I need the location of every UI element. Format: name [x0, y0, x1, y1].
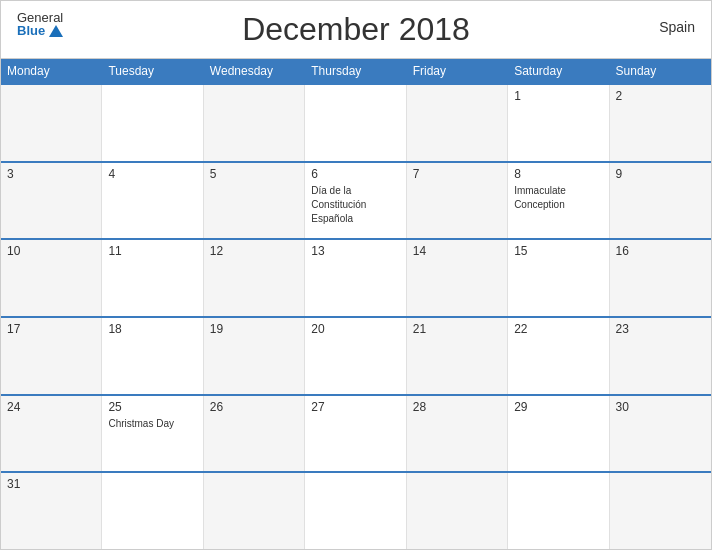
day-number: 14: [413, 244, 501, 258]
day-cell: 28: [407, 396, 508, 472]
day-cell: 14: [407, 240, 508, 316]
day-cell: 24: [1, 396, 102, 472]
day-number: 11: [108, 244, 196, 258]
day-number: 1: [514, 89, 602, 103]
day-cell: [407, 85, 508, 161]
day-number: 20: [311, 322, 399, 336]
day-number: 7: [413, 167, 501, 181]
calendar-header: General Blue December 2018 Spain: [1, 1, 711, 58]
day-cell: 31: [1, 473, 102, 549]
day-header-monday: Monday: [1, 59, 102, 83]
logo: General Blue: [17, 11, 63, 37]
day-cell: 5: [204, 163, 305, 239]
calendar-container: General Blue December 2018 Spain MondayT…: [0, 0, 712, 550]
day-cell: [305, 85, 406, 161]
day-number: 13: [311, 244, 399, 258]
week-row-4: 2425Christmas Day2627282930: [1, 394, 711, 472]
month-title: December 2018: [242, 11, 470, 48]
day-cell: [204, 473, 305, 549]
day-cell: [204, 85, 305, 161]
day-number: 18: [108, 322, 196, 336]
logo-triangle-icon: [49, 25, 63, 37]
event-text: Día de la Constitución Española: [311, 185, 366, 224]
day-cell: 29: [508, 396, 609, 472]
day-number: 4: [108, 167, 196, 181]
day-number: 8: [514, 167, 602, 181]
day-cell: 7: [407, 163, 508, 239]
day-number: 23: [616, 322, 705, 336]
day-header-thursday: Thursday: [305, 59, 406, 83]
day-cell: 22: [508, 318, 609, 394]
day-cell: 25Christmas Day: [102, 396, 203, 472]
day-cell: 21: [407, 318, 508, 394]
day-number: 9: [616, 167, 705, 181]
day-number: 22: [514, 322, 602, 336]
day-cell: [1, 85, 102, 161]
logo-blue-text: Blue: [17, 24, 45, 37]
week-row-0: 12: [1, 83, 711, 161]
day-cell: 18: [102, 318, 203, 394]
day-cell: 17: [1, 318, 102, 394]
day-cell: 1: [508, 85, 609, 161]
day-number: 10: [7, 244, 95, 258]
week-row-2: 10111213141516: [1, 238, 711, 316]
day-number: 19: [210, 322, 298, 336]
day-cell: [610, 473, 711, 549]
day-number: 30: [616, 400, 705, 414]
weeks-container: 123456Día de la Constitución Española78I…: [1, 83, 711, 549]
day-header-saturday: Saturday: [508, 59, 609, 83]
week-row-5: 31: [1, 471, 711, 549]
day-number: 21: [413, 322, 501, 336]
day-cell: 15: [508, 240, 609, 316]
day-number: 6: [311, 167, 399, 181]
day-number: 16: [616, 244, 705, 258]
event-text: Immaculate Conception: [514, 185, 566, 210]
day-cell: 8Immaculate Conception: [508, 163, 609, 239]
day-cell: 27: [305, 396, 406, 472]
day-cell: 12: [204, 240, 305, 316]
day-cell: 16: [610, 240, 711, 316]
day-header-sunday: Sunday: [610, 59, 711, 83]
day-cell: 30: [610, 396, 711, 472]
day-number: 15: [514, 244, 602, 258]
day-cell: 3: [1, 163, 102, 239]
day-cell: 19: [204, 318, 305, 394]
event-text: Christmas Day: [108, 418, 174, 429]
day-number: 2: [616, 89, 705, 103]
day-cell: [508, 473, 609, 549]
day-cell: 10: [1, 240, 102, 316]
calendar-grid: MondayTuesdayWednesdayThursdayFridaySatu…: [1, 58, 711, 549]
day-number: 31: [7, 477, 95, 491]
day-number: 25: [108, 400, 196, 414]
day-number: 26: [210, 400, 298, 414]
day-number: 27: [311, 400, 399, 414]
day-cell: 2: [610, 85, 711, 161]
day-cell: 13: [305, 240, 406, 316]
day-cell: 11: [102, 240, 203, 316]
week-row-1: 3456Día de la Constitución Española78Imm…: [1, 161, 711, 239]
day-cell: 4: [102, 163, 203, 239]
day-number: 29: [514, 400, 602, 414]
day-number: 28: [413, 400, 501, 414]
day-number: 3: [7, 167, 95, 181]
day-cell: [102, 473, 203, 549]
day-cell: 20: [305, 318, 406, 394]
day-cell: [407, 473, 508, 549]
day-cell: 9: [610, 163, 711, 239]
week-row-3: 17181920212223: [1, 316, 711, 394]
country-label: Spain: [659, 19, 695, 35]
day-cell: 23: [610, 318, 711, 394]
day-cell: [102, 85, 203, 161]
day-number: 12: [210, 244, 298, 258]
day-cell: [305, 473, 406, 549]
day-header-friday: Friday: [407, 59, 508, 83]
day-cell: 26: [204, 396, 305, 472]
day-number: 5: [210, 167, 298, 181]
day-headers-row: MondayTuesdayWednesdayThursdayFridaySatu…: [1, 59, 711, 83]
day-header-tuesday: Tuesday: [102, 59, 203, 83]
day-number: 17: [7, 322, 95, 336]
day-number: 24: [7, 400, 95, 414]
day-header-wednesday: Wednesday: [204, 59, 305, 83]
day-cell: 6Día de la Constitución Española: [305, 163, 406, 239]
